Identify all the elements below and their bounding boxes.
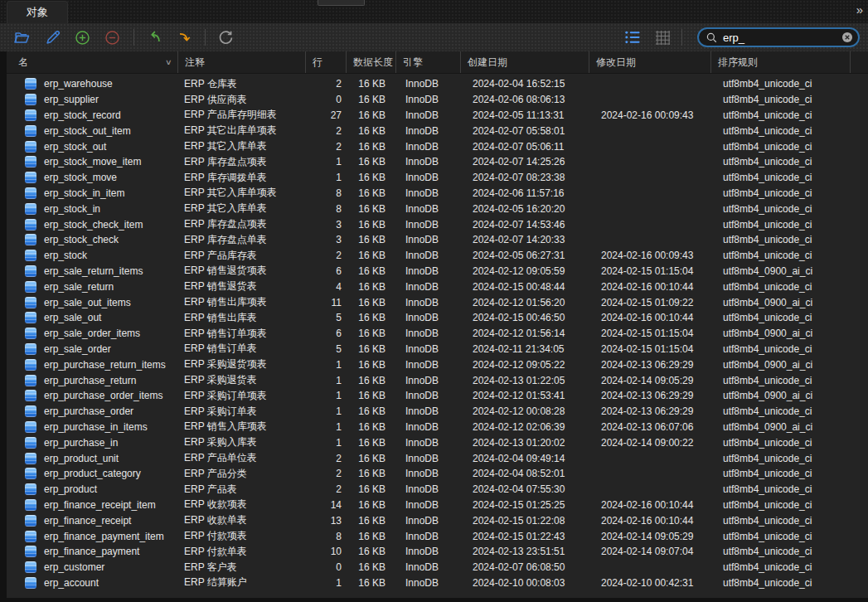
table-row[interactable]: erp_stock_move_itemERP 库存盘点项表116 KBInnoD… [7,154,868,170]
table-row[interactable]: erp_stockERP 产品库存表216 KBInnoDB2024-02-05… [7,248,868,264]
cell-name: erp_sale_order [7,343,177,355]
design-table-button[interactable] [43,27,63,47]
cell-rows: 2 [305,483,346,495]
table-row[interactable]: erp_purchase_return_itemsERP 采购退货项表116 K… [7,357,868,372]
cell-engine: InnoDB [395,390,460,401]
table-icon [25,281,36,293]
refresh-button[interactable] [216,27,235,47]
table-row[interactable]: erp_finance_receiptERP 收款单表1316 KBInnoDB… [7,512,868,528]
table-row[interactable]: erp_supplierERP 供应商表016 KBInnoDB2024-02-… [7,92,868,108]
table-row[interactable]: erp_purchase_returnERP 采购退货表116 KBInnoDB… [7,372,868,388]
table-row[interactable]: erp_purchase_order_itemsERP 采购订单项表116 KB… [7,388,868,404]
search-input[interactable]: erp_ [697,27,860,47]
new-table-button[interactable] [72,27,92,47]
cell-engine: InnoDB [395,468,460,479]
cell-name: erp_sale_out [7,312,177,323]
table-icon [25,78,36,90]
import-wizard-button[interactable] [144,27,164,47]
cell-collation: utf8mb4_unicode_ci [710,531,850,542]
column-header-engine[interactable]: 引擎 [395,51,460,73]
column-header-label: 修改日期 [596,56,636,70]
cell-data_length: 16 KB [346,109,395,121]
table-row[interactable]: erp_warehouseERP 仓库表216 KBInnoDB2024-02-… [7,76,868,92]
table-row[interactable]: erp_stock_moveERP 库存调拨单表116 KBInnoDB2024… [7,170,868,186]
cell-comment: ERP 库存盘点项表 [177,217,305,231]
cell-engine: InnoDB [395,172,460,183]
table-row[interactable]: erp_sale_returnERP 销售退货表416 KBInnoDB2024… [7,279,868,294]
column-header-created[interactable]: 创建日期 [460,51,589,73]
cell-rows: 6 [305,328,346,339]
column-header-collation[interactable]: 排序规则 [710,51,850,73]
table-row[interactable]: erp_stock_out_itemERP 其它出库单项表216 KBInnoD… [7,123,868,138]
column-header-name[interactable]: 名∨ [7,51,177,73]
cell-rows: 13 [305,515,346,527]
cell-comment: ERP 采购退货项表 [177,357,305,371]
open-table-button[interactable] [12,27,32,47]
table-row[interactable]: erp_purchase_inERP 采购入库表116 KBInnoDB2024… [7,435,868,450]
cell-data_length: 16 KB [346,265,395,277]
cell-comment: ERP 采购入库表 [177,435,305,449]
table-row[interactable]: erp_stock_in_itemERP 其它入库单项表816 KBInnoDB… [7,186,868,201]
cell-created: 2024-02-05 11:13:31 [460,109,589,121]
delete-table-button[interactable] [102,27,122,47]
list-view-button[interactable] [622,27,643,47]
table-row[interactable]: erp_finance_paymentERP 付款单表1016 KBInnoDB… [7,544,868,560]
cell-name: erp_stock_in [7,203,177,215]
table-row[interactable]: erp_product_unitERP 产品单位表216 KBInnoDB202… [7,450,868,466]
column-header-rows[interactable]: 行 [305,51,346,73]
table-row[interactable]: erp_finance_receipt_itemERP 收款项表1416 KBI… [7,498,868,513]
cell-modified: 2024-02-10 00:42:31 [589,577,710,589]
table-row[interactable]: erp_sale_return_itemsERP 销售退货项表616 KBInn… [7,264,868,279]
tab-overflow-chevron-icon[interactable]: » [856,2,863,17]
table-row[interactable]: erp_sale_order_itemsERP 销售订单项表616 KBInno… [7,326,868,342]
column-header-comment[interactable]: 注释 [177,51,305,73]
cell-engine: InnoDB [395,531,460,542]
import-arrow-icon [145,28,163,46]
cell-rows: 1 [305,421,346,433]
cell-comment: ERP 销售出库表 [177,311,305,325]
table-row[interactable]: erp_purchase_in_itemsERP 销售入库项表116 KBInn… [7,420,868,435]
table-row[interactable]: erp_sale_orderERP 销售订单表516 KBInnoDB2024-… [7,342,868,357]
cell-collation: utf8mb4_unicode_ci [710,78,850,90]
column-header-modified[interactable]: 修改日期 [589,51,710,73]
table-row[interactable]: erp_sale_out_itemsERP 销售出库项表1116 KBInnoD… [7,294,868,310]
table-row[interactable]: erp_stock_inERP 其它入库单表816 KBInnoDB2024-0… [7,201,868,216]
export-wizard-button[interactable] [175,27,195,47]
clear-search-icon[interactable] [841,31,854,44]
table-row[interactable]: erp_accountERP 结算账户116 KBInnoDB2024-02-1… [7,575,868,591]
column-header-data_length[interactable]: 数据长度 [346,51,395,73]
cell-data_length: 16 KB [346,437,395,449]
table-name: erp_stock_record [44,109,121,121]
cell-rows: 10 [305,546,346,557]
tab-objects[interactable]: 对象 [7,1,68,23]
table-row[interactable]: erp_product_categoryERP 产品分类216 KBInnoDB… [7,466,868,482]
cell-collation: utf8mb4_unicode_ci [710,405,850,417]
table-row[interactable]: erp_finance_payment_itemERP 付款项表816 KBIn… [7,528,868,544]
table-rows: erp_warehouseERP 仓库表216 KBInnoDB2024-02-… [7,74,868,590]
cell-modified: 2024-02-16 00:09:43 [589,250,710,261]
cell-collation: utf8mb4_unicode_ci [710,483,850,495]
cell-data_length: 16 KB [346,94,395,105]
table-row[interactable]: erp_productERP 产品表216 KBInnoDB2024-02-04… [7,482,868,498]
cell-collation: utf8mb4_unicode_ci [710,219,850,231]
cell-name: erp_purchase_order_items [7,390,177,401]
table-row[interactable]: erp_stock_outERP 其它入库单表216 KBInnoDB2024-… [7,138,868,154]
cell-collation: utf8mb4_unicode_ci [710,312,850,323]
table-row[interactable]: erp_customerERP 客户表016 KBInnoDB2024-02-0… [7,560,868,575]
table-row[interactable]: erp_stock_recordERP 产品库存明细表2716 KBInnoDB… [7,108,868,124]
cell-comment: ERP 产品分类 [177,467,305,481]
table-row[interactable]: erp_stock_check_itemERP 库存盘点项表316 KBInno… [7,216,868,232]
cell-name: erp_finance_receipt_item [7,499,177,511]
cell-name: erp_stock_move_item [7,156,177,167]
table-row[interactable]: erp_purchase_orderERP 采购订单表116 KBInnoDB2… [7,404,868,420]
grid-view-button[interactable] [652,27,673,47]
cell-data_length: 16 KB [346,281,395,293]
cell-name: erp_finance_payment_item [7,531,177,542]
table-row[interactable]: erp_stock_checkERP 库存盘点单表316 KBInnoDB202… [7,232,868,248]
cell-name: erp_sale_return_items [7,265,177,277]
table-name: erp_finance_receipt_item [44,499,156,511]
cell-collation: utf8mb4_unicode_ci [710,250,850,261]
table-row[interactable]: erp_sale_outERP 销售出库表516 KBInnoDB2024-02… [7,310,868,326]
cell-name: erp_sale_order_items [7,328,177,339]
cell-engine: InnoDB [395,281,460,293]
